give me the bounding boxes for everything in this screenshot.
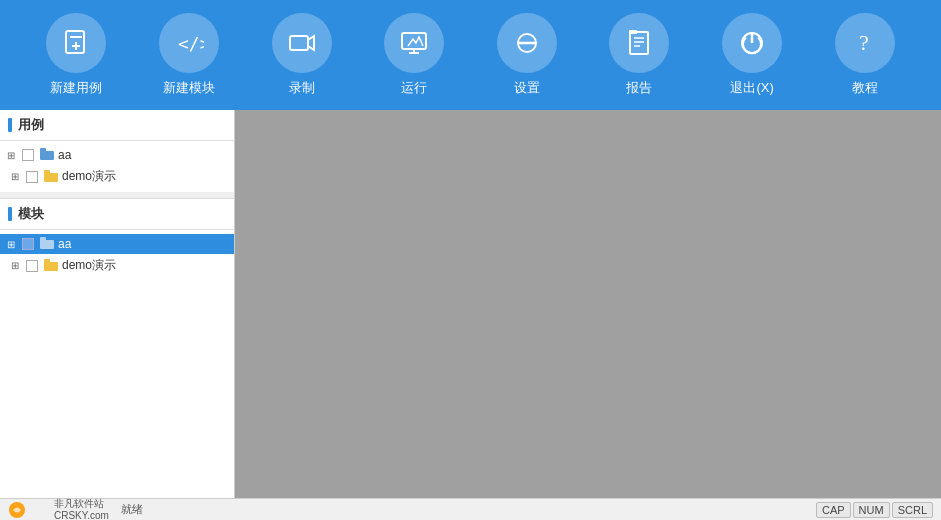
- sidebar: 用例 ⊞ aa ⊞: [0, 110, 235, 498]
- svg-rect-22: [44, 170, 50, 174]
- svg-rect-26: [44, 259, 50, 263]
- report-button[interactable]: 报告: [604, 13, 674, 97]
- new-module-icon: </>: [159, 13, 219, 73]
- statusbar-right: CAP NUM SCRL: [816, 502, 933, 518]
- tutorial-icon: ?: [835, 13, 895, 73]
- svg-rect-12: [630, 32, 648, 54]
- main-area: 用例 ⊞ aa ⊞: [0, 110, 941, 498]
- cases-tree: ⊞ aa ⊞ demo演示: [0, 141, 234, 192]
- svg-text:?: ?: [859, 30, 869, 55]
- tree-row-aa[interactable]: ⊞ aa: [0, 145, 234, 165]
- tree-row-aa2[interactable]: ⊞ aa: [0, 234, 234, 254]
- expand-icon-demo1: ⊞: [8, 171, 22, 182]
- exit-label: 退出(X): [730, 79, 773, 97]
- new-case-icon: [46, 13, 106, 73]
- new-case-label: 新建用例: [50, 79, 102, 97]
- tree-item-aa2-label: aa: [58, 237, 71, 251]
- expand-icon-demo2: ⊞: [8, 260, 22, 271]
- report-icon: [609, 13, 669, 73]
- cases-header-bar: [8, 118, 12, 132]
- statusbar-logo: 非凡软件站CRSKY.com: [8, 498, 109, 521]
- content-area: [235, 110, 941, 498]
- svg-rect-24: [40, 237, 46, 241]
- cases-header: 用例: [0, 110, 234, 141]
- checkbox-demo2[interactable]: [26, 260, 38, 272]
- run-button[interactable]: 运行: [379, 13, 449, 97]
- checkbox-demo1[interactable]: [26, 171, 38, 183]
- checkbox-aa2[interactable]: [22, 238, 34, 250]
- svg-rect-16: [629, 30, 637, 34]
- tutorial-button[interactable]: ? 教程: [830, 13, 900, 97]
- svg-rect-5: [290, 36, 308, 50]
- tree-item-aa-label: aa: [58, 148, 71, 162]
- modules-header: 模块: [0, 199, 234, 230]
- cases-section: 用例 ⊞ aa ⊞: [0, 110, 234, 192]
- tutorial-label: 教程: [852, 79, 878, 97]
- modules-header-bar: [8, 207, 12, 221]
- expand-icon-aa: ⊞: [4, 150, 18, 161]
- svg-rect-21: [44, 173, 58, 182]
- modules-section: 模块 ⊞ aa ⊞: [0, 198, 234, 281]
- run-icon: [384, 13, 444, 73]
- settings-button[interactable]: 设置: [492, 13, 562, 97]
- svg-rect-23: [40, 240, 54, 249]
- record-label: 录制: [289, 79, 315, 97]
- checkbox-aa[interactable]: [22, 149, 34, 161]
- exit-icon: [722, 13, 782, 73]
- logo-text: 非凡软件站CRSKY.com: [54, 498, 109, 521]
- svg-text:</>: </>: [178, 33, 204, 54]
- run-label: 运行: [401, 79, 427, 97]
- statusbar: 非凡软件站CRSKY.com 就绪 CAP NUM SCRL: [0, 498, 941, 520]
- modules-section-label: 模块: [18, 205, 44, 223]
- tree-item-demo2-label: demo演示: [62, 257, 116, 274]
- svg-rect-20: [40, 148, 46, 152]
- statusbar-left: 非凡软件站CRSKY.com 就绪: [8, 498, 143, 521]
- new-module-button[interactable]: </> 新建模块: [154, 13, 224, 97]
- logo-svg: [8, 501, 50, 519]
- record-button[interactable]: 录制: [267, 13, 337, 97]
- scrl-badge: SCRL: [892, 502, 933, 518]
- num-badge: NUM: [853, 502, 890, 518]
- expand-icon-aa2: ⊞: [4, 239, 18, 250]
- exit-button[interactable]: 退出(X): [717, 13, 787, 97]
- tree-item-demo1-label: demo演示: [62, 168, 116, 185]
- toolbar: 新建用例 </> 新建模块 录制 运行: [0, 0, 941, 110]
- svg-rect-25: [44, 262, 58, 271]
- report-label: 报告: [626, 79, 652, 97]
- tree-row-demo1[interactable]: ⊞ demo演示: [0, 165, 234, 188]
- new-module-label: 新建模块: [163, 79, 215, 97]
- modules-tree: ⊞ aa ⊞ demo演示: [0, 230, 234, 281]
- svg-rect-19: [40, 151, 54, 160]
- ready-label: 就绪: [121, 502, 143, 517]
- cases-section-label: 用例: [18, 116, 44, 134]
- tree-row-demo2[interactable]: ⊞ demo演示: [0, 254, 234, 277]
- settings-label: 设置: [514, 79, 540, 97]
- new-case-button[interactable]: 新建用例: [41, 13, 111, 97]
- record-icon: [272, 13, 332, 73]
- settings-icon: [497, 13, 557, 73]
- cap-badge: CAP: [816, 502, 851, 518]
